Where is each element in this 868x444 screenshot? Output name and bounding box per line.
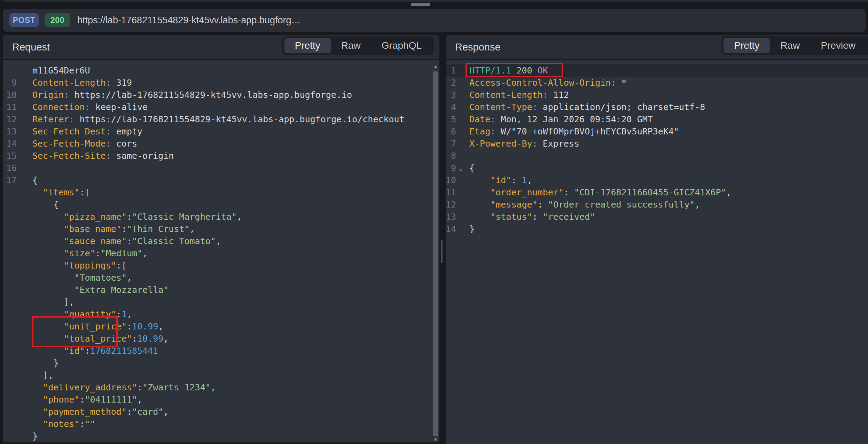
code-text: "size":"Medium", [17,248,148,258]
response-body-viewer[interactable]: 1HTTP/1.1 200 OK2Access-Control-Allow-Or… [446,61,868,444]
code-line: 11Connection: keep-alive [3,101,439,113]
line-number: 10 [3,90,17,100]
code-line: 14} [446,223,868,235]
line-number: 14 [446,224,456,234]
code-text: { [17,175,38,185]
code-line: 13Sec-Fetch-Dest: empty [3,125,439,138]
line-number: 3 [446,90,456,100]
line-number: 16 [3,163,17,173]
code-text: Sec-Fetch-Mode: cors [17,139,137,149]
request-hscroll-track[interactable] [3,442,439,444]
code-line: } [3,430,439,442]
line-number: 13 [3,126,17,137]
line-number: 9 [3,78,17,88]
code-text: Sec-Fetch-Site: same-origin [17,151,174,161]
code-line: "size":"Medium", [3,247,439,259]
line-number: 12 [3,114,17,124]
line-number: 17 [3,175,17,185]
code-line: 4Content-Type: application/json; charset… [446,101,868,113]
code-line: "sauce_name":"Classic Tomato", [3,235,439,247]
method-badge: POST [9,13,39,27]
request-url-bar: POST 200 https://lab-1768211554829-kt45v… [3,9,866,32]
code-line: "pizza_name":"Classic Margherita", [3,211,439,223]
code-text: "phone":"04111111", [17,395,142,405]
code-line: "payment_method":"card", [3,406,439,418]
request-body-viewer[interactable]: m11G54Der6U9Content-Length: 31910Origin:… [3,61,439,444]
request-scrollbar[interactable]: ▲ ▼ [433,61,438,444]
code-line: 11 "order_number": "CDI-1768211660455-GI… [446,186,868,198]
code-line: "items":[ [3,186,439,198]
request-view-tabs: PrettyRawGraphQL [282,36,434,55]
code-text: "pizza_name":"Classic Margherita", [17,212,242,222]
code-text: Access-Control-Allow-Origin: * [469,78,627,88]
response-tab-pretty[interactable]: Pretty [724,38,770,53]
code-text: "message": "Order created successfully", [469,200,700,210]
top-panel-edge [3,0,868,2]
line-number: 10 [446,175,456,185]
code-text: { [17,200,58,210]
response-tab-raw[interactable]: Raw [770,38,810,53]
status-code-badge: 200 [45,13,70,27]
code-line: 5Date: Mon, 12 Jan 2026 09:54:20 GMT [446,113,868,125]
code-line: 14Sec-Fetch-Mode: cors [3,138,439,150]
code-line: "phone":"04111111", [3,394,439,406]
line-number: 4 [446,102,456,112]
line-number: 7 [446,139,456,149]
response-view-tabs: PrettyRawPreview [721,36,868,55]
code-line: "Extra Mozzarella" [3,284,439,296]
code-line: 3Content-Length: 112 [446,89,868,101]
code-line: 9Content-Length: 319 [3,77,439,89]
code-text: "items":[ [17,187,90,197]
code-line: 10 "id": 1, [446,174,868,186]
request-scrollbar-thumb[interactable] [433,71,438,436]
request-panel-header: Request PrettyRawGraphQL [3,35,439,60]
code-line: m11G54Der6U [3,64,439,77]
code-text: } [17,358,58,368]
code-line: 2Access-Control-Allow-Origin: * [446,77,868,89]
code-line: ], [3,369,439,381]
code-text: } [17,431,38,441]
code-text: "base_name":"Thin Crust", [17,224,195,234]
code-line: 7X-Powered-By: Express [446,138,868,150]
code-line: 13 "status": "received" [446,211,868,223]
request-url[interactable]: https://lab-1768211554829-kt45vv.labs-ap… [77,15,300,26]
line-number: 13 [446,212,456,222]
code-text: Connection: keep-alive [17,102,148,112]
code-line: 17{ [3,174,439,186]
request-tab-raw[interactable]: Raw [331,38,371,53]
request-tab-graphql[interactable]: GraphQL [371,38,432,53]
code-text: m11G54Der6U [17,65,90,76]
line-number: 8 [446,151,456,161]
code-text: Etag: W/"70-+oWfOMprBVOj+hEYCBv5uRP3eK4" [469,126,679,137]
request-tab-pretty[interactable]: Pretty [284,38,331,53]
price-fields-highlight-box [32,316,118,347]
code-line: 6Etag: W/"70-+oWfOMprBVOj+hEYCBv5uRP3eK4… [446,125,868,138]
request-panel-title: Request [12,41,50,53]
code-text: Origin: https://lab-1768211554829-kt45vv… [17,90,352,100]
fold-chevron-icon[interactable]: ⌄ [456,164,469,172]
code-text: "toppings":[ [17,260,127,271]
code-line: 15Sec-Fetch-Site: same-origin [3,150,439,162]
response-panel-header: Response PrettyRawPreview [446,35,868,60]
scroll-up-icon[interactable]: ▲ [433,64,438,69]
code-line: } [3,357,439,369]
response-tab-preview[interactable]: Preview [810,38,866,53]
http-status-line-highlight-box [466,63,563,77]
code-text: "payment_method":"card", [17,407,169,417]
panel-divider-handle[interactable] [441,240,443,263]
code-line: "delivery_address":"Zwarts 1234", [3,381,439,394]
code-text: "Tomatoes", [17,273,132,283]
code-line: 9⌄{ [446,162,868,174]
code-text: "id":1768211585441 [17,346,158,356]
line-number: 9 [446,163,456,173]
code-text: "delivery_address":"Zwarts 1234", [17,382,216,392]
code-line: ], [3,296,439,308]
line-number: 6 [446,126,456,137]
code-text: "sauce_name":"Classic Tomato", [17,236,221,246]
code-line: "Tomatoes", [3,272,439,284]
code-line: 12 "message": "Order created successfull… [446,198,868,211]
code-text: "id": 1, [469,175,532,185]
code-text: { [469,163,475,173]
mini-scrollbar-thumb[interactable] [411,3,430,6]
line-number: 14 [3,139,17,149]
